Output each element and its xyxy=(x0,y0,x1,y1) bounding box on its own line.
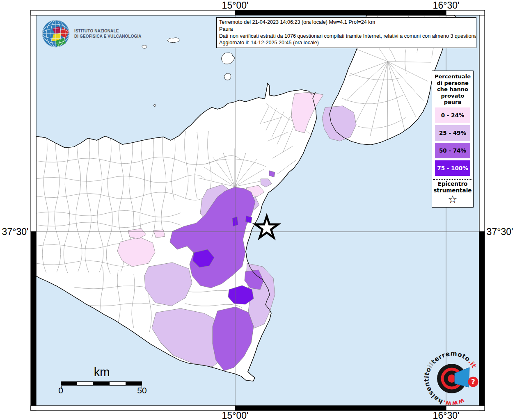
title-line-updated: Aggiornato il: 14-12-2025 20:45 (ora loc… xyxy=(219,39,474,46)
axis-label-right: 37°30' xyxy=(487,226,513,237)
question-mark: ? xyxy=(471,378,475,386)
axis-label-left: 37°30' xyxy=(2,226,29,237)
ingv-logo-line1: ISTITUTO NAZIONALE xyxy=(74,28,142,34)
ingv-globe-icon xyxy=(41,19,71,48)
title-line-disclaimer: Dati non verificati estratti da 1076 que… xyxy=(219,33,474,40)
title-line-metric: Paura xyxy=(219,26,474,33)
aeolian-island xyxy=(224,73,231,80)
scale-bar-start: 0 xyxy=(58,386,63,395)
scale-bar-segments xyxy=(61,381,142,386)
scale-bar-end: 50 xyxy=(137,386,146,395)
legend-title: Percentuale di persone che hanno provato… xyxy=(432,73,473,105)
axis-label-top-left: 15°00' xyxy=(222,0,249,11)
legend-class-0-24: 0 - 24% xyxy=(435,107,470,123)
ingv-logo: ISTITUTO NAZIONALE DI GEOFISICA E VULCAN… xyxy=(41,19,152,48)
ingv-logo-line2: DI GEOFISICA E VULCANOLOGIA xyxy=(74,34,142,39)
axis-label-top-right: 16°30' xyxy=(433,0,460,11)
ingv-logo-text: ISTITUTO NAZIONALE DI GEOFISICA E VULCAN… xyxy=(74,28,142,39)
title-line-event: Terremoto del 21-04-2023 14:06:23 (ora l… xyxy=(219,19,474,26)
legend-epicenter-label: Epicentro strumentale xyxy=(432,180,473,194)
islet xyxy=(154,105,156,107)
scale-bar-numbers: 0 50 xyxy=(57,386,147,396)
figure: 15°00' 16°30' 15°00' 16°30' 37°30' 37°30… xyxy=(0,0,515,420)
legend-class-25-49: 25 - 49% xyxy=(435,125,470,141)
axis-label-bottom-left: 15°00' xyxy=(222,410,249,420)
scale-bar-unit: km xyxy=(57,365,147,379)
legend-class-50-74: 50 - 74% xyxy=(435,143,470,158)
legend-star-icon: ☆ xyxy=(432,194,473,205)
legend: Percentuale di persone che hanno provato… xyxy=(432,71,474,208)
axis-label-bottom-right: 16°30' xyxy=(433,410,460,420)
title-box: Terremoto del 21-04-2023 14:06:23 (ora l… xyxy=(216,17,476,48)
legend-divider xyxy=(433,179,472,180)
scale-bar: km 0 50 xyxy=(57,365,147,396)
haisentitoilterremoto-logo: ? www.haisentitoilterremoto.it xyxy=(422,347,484,409)
legend-class-75-100: 75 - 100% xyxy=(435,160,470,176)
